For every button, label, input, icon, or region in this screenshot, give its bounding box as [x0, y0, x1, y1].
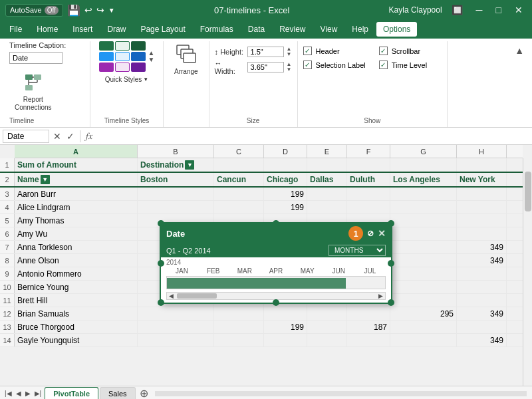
ribbon-toggle-icon[interactable]: 🔲 — [448, 3, 467, 17]
sheet-nav-prev[interactable]: ◀ — [14, 390, 23, 397]
month-apr[interactable]: APR — [260, 266, 291, 276]
cell-c2[interactable]: Cancun — [214, 173, 264, 186]
cell-e2[interactable]: Dallas — [307, 173, 347, 186]
col-header-d[interactable]: D — [264, 145, 307, 158]
height-down[interactable]: ▼ — [287, 52, 292, 57]
menu-review[interactable]: Review — [273, 22, 312, 37]
quick-styles-button[interactable]: Quick Styles ▼ — [105, 76, 149, 83]
timeline-period-select[interactable]: MONTHS QUARTERS YEARS — [329, 245, 386, 256]
menu-draw[interactable]: Draw — [100, 22, 132, 37]
sheet-tab-sales[interactable]: Sales — [100, 387, 136, 399]
menu-file[interactable]: File — [3, 22, 29, 37]
width-down[interactable]: ▼ — [287, 67, 292, 72]
cell-g10[interactable] — [390, 281, 457, 293]
cell-d4[interactable]: 199 — [264, 201, 307, 213]
month-mar[interactable]: MAR — [229, 266, 260, 276]
cell-g11[interactable] — [390, 294, 457, 307]
cell-b3[interactable] — [138, 188, 214, 200]
menu-formulas[interactable]: Formulas — [194, 22, 240, 37]
dropdown-icon[interactable]: ▼ — [108, 7, 115, 14]
col-header-h[interactable]: H — [457, 145, 507, 158]
cell-g12[interactable]: 295 — [390, 307, 457, 320]
height-input[interactable] — [247, 47, 284, 57]
cell-a4[interactable]: Alice Lindgram — [15, 201, 138, 213]
col-header-a[interactable]: A — [15, 145, 138, 158]
cell-g8[interactable] — [390, 254, 457, 267]
col-header-f[interactable]: F — [347, 145, 390, 158]
cell-g9[interactable] — [390, 267, 457, 280]
cell-e3[interactable] — [307, 188, 347, 200]
maximize-icon[interactable]: □ — [492, 3, 505, 17]
timeline-track[interactable] — [166, 276, 386, 289]
timeline-filter-icon[interactable]: ⊘ — [367, 229, 374, 238]
cell-d1[interactable] — [264, 158, 307, 172]
cell-a3[interactable]: Aaron Burr — [15, 188, 138, 200]
height-spinner[interactable]: ▲ ▼ — [287, 47, 292, 57]
cell-g1[interactable] — [390, 158, 457, 172]
selection-label-checkbox[interactable] — [303, 61, 312, 69]
cell-b1[interactable]: Destination ▼ — [138, 158, 214, 172]
cell-c14[interactable] — [214, 334, 264, 346]
cell-d13[interactable]: 199 — [264, 321, 307, 333]
add-sheet-button[interactable]: ⊕ — [137, 387, 151, 399]
redo-icon[interactable]: ↪ — [96, 5, 104, 15]
cell-h3[interactable] — [457, 188, 507, 200]
width-input[interactable] — [247, 62, 284, 72]
cell-h12[interactable]: 349 — [457, 307, 507, 320]
arrange-button[interactable]: Arrange — [169, 41, 203, 78]
scroll-thumb[interactable] — [525, 172, 531, 211]
timeline-selection[interactable] — [167, 278, 346, 289]
cell-h4[interactable] — [457, 201, 507, 213]
ribbon-collapse[interactable]: ▲ — [511, 41, 528, 127]
cell-h8[interactable]: 349 — [457, 254, 507, 267]
cell-f13[interactable]: 187 — [347, 321, 390, 333]
month-jul[interactable]: JUL — [354, 266, 386, 276]
col-header-g[interactable]: G — [390, 145, 457, 158]
cell-g14[interactable] — [390, 334, 457, 346]
cell-b14[interactable] — [138, 334, 214, 346]
cell-a8[interactable]: Anne Olson — [15, 254, 138, 267]
cell-f4[interactable] — [347, 201, 390, 213]
report-connections-button[interactable]: ReportConnections — [9, 69, 57, 114]
close-icon[interactable]: ✕ — [511, 3, 527, 17]
scrollbar-checkbox[interactable] — [379, 47, 388, 55]
filter-icon-b1[interactable]: ▼ — [185, 160, 194, 170]
cell-c12[interactable] — [214, 307, 264, 320]
month-may[interactable]: MAY — [292, 266, 323, 276]
timeline-close-button[interactable]: ✕ — [378, 228, 386, 239]
cell-h5[interactable] — [457, 214, 507, 227]
menu-options[interactable]: Options — [376, 22, 417, 37]
cell-e12[interactable] — [307, 307, 347, 320]
resize-handle-bottom[interactable] — [273, 299, 279, 306]
timeline-scroll-right[interactable]: ▶ — [376, 293, 385, 299]
cell-b12[interactable] — [138, 307, 214, 320]
cancel-formula-icon[interactable]: ✕ — [52, 131, 63, 142]
cell-a12[interactable]: Brian Samuals — [15, 307, 138, 320]
menu-insert[interactable]: Insert — [66, 22, 99, 37]
cell-g13[interactable] — [390, 321, 457, 333]
cell-a1[interactable]: Sum of Amount — [15, 158, 138, 172]
cell-f12[interactable] — [347, 307, 390, 320]
autosave-badge[interactable]: AutoSave Off — [5, 4, 63, 17]
month-feb[interactable]: FEB — [198, 266, 229, 276]
timeline-scroll-left[interactable]: ◀ — [167, 293, 176, 299]
name-box[interactable] — [3, 130, 49, 143]
cell-a11[interactable]: Brett Hill — [15, 294, 138, 307]
cell-c1[interactable] — [214, 158, 264, 172]
header-checkbox[interactable] — [303, 47, 312, 55]
cell-c4[interactable] — [214, 201, 264, 213]
cell-b4[interactable] — [138, 201, 214, 213]
cell-c3[interactable] — [214, 188, 264, 200]
col-header-b[interactable]: B — [138, 145, 214, 158]
insert-function-icon[interactable]: 𝑓𝑥 — [84, 130, 94, 142]
autosave-toggle[interactable]: Off — [45, 6, 59, 15]
minimize-icon[interactable]: ─ — [472, 3, 487, 17]
undo-icon[interactable]: ↩ — [84, 5, 92, 15]
cell-d2[interactable]: Chicago — [264, 173, 307, 186]
cell-a13[interactable]: Bruce Thorgood — [15, 321, 138, 333]
width-spinner[interactable]: ▲ ▼ — [287, 62, 292, 72]
menu-home[interactable]: Home — [30, 22, 65, 37]
filter-icon-a2[interactable]: ▼ — [41, 175, 50, 184]
cell-g6[interactable] — [390, 227, 457, 240]
cell-g4[interactable] — [390, 201, 457, 213]
